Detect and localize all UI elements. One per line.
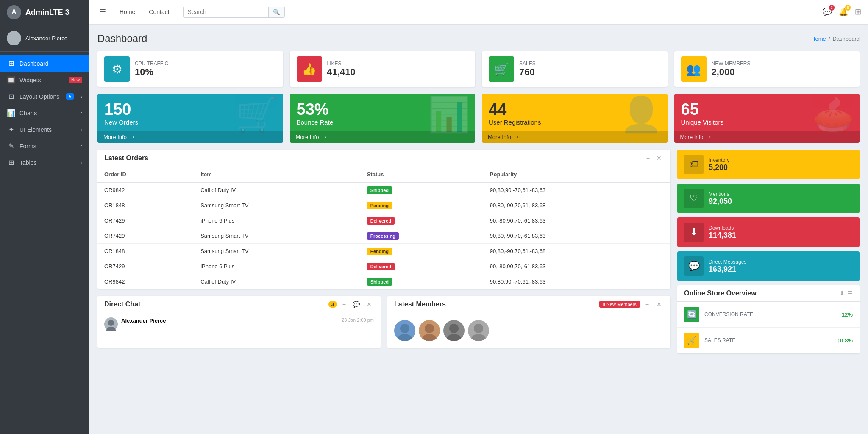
reg-more-info[interactable]: More Info → — [482, 131, 668, 143]
arrow-icon: → — [706, 134, 712, 140]
search-input[interactable] — [184, 6, 268, 17]
stat-card-registrations[interactable]: 44 User Registrations 👤 More Info → — [482, 94, 668, 143]
order-popularity: 90,80,-90,70,-61,83,63 — [483, 228, 670, 244]
sidebar-item-label: Layout Options — [19, 93, 59, 100]
stat-card-bounce[interactable]: 53% Bounce Rate 📊 More Info → — [290, 94, 476, 143]
sidebar-item-layout[interactable]: ⊡Layout Options6‹ — [0, 88, 89, 105]
members-value: 2,000 — [712, 67, 853, 78]
direct-messages-icon: 💬 — [684, 256, 704, 276]
col-order-id: Order ID — [97, 167, 194, 182]
store-overview-tools: ⬇ ☰ — [840, 290, 853, 297]
order-item: Samsung Smart TV — [194, 198, 360, 213]
sales-rate-icon: 🛒 — [684, 333, 699, 348]
latest-members-card: Latest Members 8 New Members − ✕ — [387, 296, 670, 348]
bounce-more-info[interactable]: More Info → — [290, 131, 476, 143]
sidebar-user[interactable]: Alexander Pierce — [0, 25, 89, 52]
cpu-value: 10% — [135, 67, 276, 78]
inventory-value: 5,200 — [709, 163, 729, 172]
order-item: Samsung Smart TV — [194, 228, 360, 244]
order-item: Samsung Smart TV — [194, 244, 360, 259]
visitors-more-info[interactable]: More Info → — [674, 131, 860, 143]
svg-point-5 — [398, 334, 412, 341]
member-avatar[interactable] — [468, 320, 489, 341]
direct-messages-stat[interactable]: 💬 Direct Messages 163,921 — [677, 251, 860, 281]
sidebar-item-widgets[interactable]: 🔲WidgetsNew — [0, 72, 89, 88]
chat-header-right: 3 − 💬 ✕ — [328, 300, 374, 309]
nav-home-link[interactable]: Home — [116, 7, 139, 17]
downloads-icon: ⬇ — [684, 223, 704, 242]
info-boxes-row: ⚙ CPU Traffic 10% 👍 Likes 41,410 🛒 Sales… — [97, 51, 860, 87]
sidebar-item-ui[interactable]: ✦UI Elements‹ — [0, 121, 89, 138]
new-badge: New — [69, 77, 82, 83]
table-row: OR1848 Samsung Smart TV Pending 90,80,-9… — [97, 198, 670, 213]
likes-icon: 👍 — [297, 56, 322, 82]
order-status: Shipped — [360, 182, 483, 198]
orders-bg-icon: 🛒 — [236, 95, 278, 134]
order-status: Pending — [360, 244, 483, 259]
chat-sender: Alexander Pierce — [121, 317, 166, 324]
bottom-cards: Direct Chat 3 − 💬 ✕ — [97, 296, 670, 348]
sidebar-item-tables[interactable]: ⊞Tables‹ — [0, 154, 89, 171]
apps-button[interactable]: ⊞ — [855, 7, 861, 17]
members-content: New Members 2,000 — [712, 61, 853, 78]
notifications-button[interactable]: 🔔5 — [839, 7, 848, 17]
bounce-bg-icon: 📊 — [428, 95, 470, 134]
mentions-stat[interactable]: ♡ Mentions 92,050 — [677, 184, 860, 213]
minimize-button[interactable]: − — [644, 154, 652, 162]
sidebar-item-label: Dashboard — [19, 60, 49, 67]
order-status: Delivered — [360, 213, 483, 228]
members-label: New Members — [712, 61, 853, 67]
member-avatar[interactable] — [443, 320, 465, 341]
sidebar-item-label: Charts — [19, 110, 37, 117]
members-minimize-button[interactable]: − — [643, 300, 651, 309]
chat-icon-button[interactable]: 💬 — [351, 300, 362, 309]
order-id: OR1848 — [97, 198, 194, 213]
order-id: OR1848 — [97, 244, 194, 259]
chat-close-button[interactable]: ✕ — [364, 300, 374, 309]
download-icon[interactable]: ⬇ — [840, 290, 845, 297]
order-id: OR9842 — [97, 182, 194, 198]
members-close-button[interactable]: ✕ — [654, 300, 664, 309]
stat-card-visitors[interactable]: 65 Unique Visitors 🥧 More Info → — [674, 94, 860, 143]
new-members-badge: 8 New Members — [599, 301, 640, 308]
stat-card-orders[interactable]: 150 New Orders 🛒 More Info → — [97, 94, 283, 143]
conversion-icon: 🔄 — [684, 307, 699, 322]
order-id: OR7429 — [97, 259, 194, 274]
direct-messages-label: Direct Messages — [709, 259, 746, 265]
nav-contact-link[interactable]: Contact — [145, 7, 172, 17]
menu-icon[interactable]: ☰ — [847, 290, 853, 297]
inventory-stat[interactable]: 🏷 Inventory 5,200 — [677, 150, 860, 179]
hamburger-button[interactable]: ☰ — [96, 6, 109, 18]
conversion-content: CONVERSION RATE — [704, 312, 753, 317]
sidebar-item-dashboard[interactable]: ⊞Dashboard — [0, 55, 89, 72]
inventory-label: Inventory — [709, 157, 729, 163]
user-name: Alexander Pierce — [25, 35, 67, 42]
likes-label: Likes — [327, 61, 469, 67]
main-right: 🏷 Inventory 5,200 ♡ Mentions 92,050 ⬇ — [677, 150, 860, 353]
page-content: Dashboard Home / Dashboard ⚙ CPU Traffic… — [89, 24, 868, 434]
sales-rate-content: SALES RATE — [704, 337, 735, 343]
svg-point-10 — [474, 324, 483, 333]
sidebar-item-forms[interactable]: ✎Forms‹ — [0, 138, 89, 154]
table-row: OR7429 iPhone 6 Plus Delivered 90,-80,90… — [97, 259, 670, 274]
member-avatar[interactable] — [419, 320, 440, 341]
members-header-right: 8 New Members − ✕ — [599, 300, 664, 309]
sidebar-item-label: Widgets — [19, 77, 41, 83]
member-avatar[interactable] — [394, 320, 415, 341]
chat-minimize-button[interactable]: − — [340, 300, 348, 309]
sidebar-item-charts[interactable]: 📊Charts‹ — [0, 105, 89, 121]
store-overview-header: Online Store Overview ⬇ ☰ — [677, 285, 860, 302]
layout-icon: ⊡ — [7, 92, 15, 100]
downloads-stat[interactable]: ⬇ Downloads 114,381 — [677, 217, 860, 247]
dashboard-icon: ⊞ — [7, 59, 15, 67]
search-button[interactable]: 🔍 — [268, 7, 284, 17]
orders-more-info[interactable]: More Info → — [97, 131, 283, 143]
sales-rate-row: 🛒 SALES RATE ↑0.8% — [677, 328, 860, 353]
breadcrumb-home[interactable]: Home — [811, 36, 826, 42]
svg-point-4 — [400, 324, 409, 333]
close-button[interactable]: ✕ — [654, 154, 664, 162]
col-popularity: Popularity — [483, 167, 670, 182]
messages-button[interactable]: 💬3 — [823, 7, 832, 17]
order-item: Call of Duty IV — [194, 274, 360, 289]
col-status: Status — [360, 167, 483, 182]
